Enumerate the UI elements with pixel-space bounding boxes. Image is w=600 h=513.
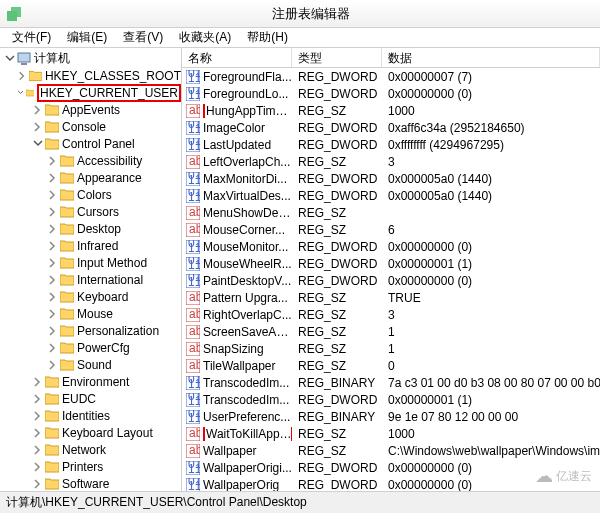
menu-file[interactable]: 文件(F) [4,27,59,48]
value-data: 0x000005a0 (1440) [382,189,600,203]
tree-hkcr[interactable]: HKEY_CLASSES_ROOT [0,67,181,84]
chevron-right-icon[interactable] [32,478,43,489]
folder-icon [60,291,74,303]
chevron-right-icon[interactable] [32,393,43,404]
chevron-right-icon[interactable] [47,257,58,268]
chevron-right-icon[interactable] [47,274,58,285]
value-row[interactable]: TranscodedIm...REG_DWORD0x00000001 (1) [182,391,600,408]
values-pane[interactable]: 名称 类型 数据 ForegroundFla...REG_DWORD0x0000… [182,48,600,491]
chevron-right-icon[interactable] [32,427,43,438]
value-data: 1000 [382,104,600,118]
tree-root[interactable]: 计算机 [0,50,181,67]
chevron-right-icon[interactable] [32,104,43,115]
tree-item[interactable]: Cursors [0,203,181,220]
tree-item[interactable]: Input Method [0,254,181,271]
value-row[interactable]: MenuShowDelayREG_SZ [182,204,600,221]
tree-item[interactable]: Network [0,441,181,458]
col-name[interactable]: 名称 [182,48,292,67]
value-type: REG_SZ [292,155,382,169]
value-row[interactable]: MaxVirtualDes...REG_DWORD0x000005a0 (144… [182,187,600,204]
tree-console[interactable]: Console [0,118,181,135]
value-row[interactable]: MouseCorner...REG_SZ6 [182,221,600,238]
tree-item[interactable]: Mouse [0,305,181,322]
chevron-right-icon[interactable] [47,206,58,217]
tree-controlpanel[interactable]: Control Panel [0,135,181,152]
tree-item[interactable]: Environment [0,373,181,390]
value-row[interactable]: SnapSizingREG_SZ1 [182,340,600,357]
value-row[interactable]: WaitToKillApp...REG_SZ1000 [182,425,600,442]
chevron-right-icon[interactable] [47,172,58,183]
value-row[interactable]: LeftOverlapCh...REG_SZ3 [182,153,600,170]
tree-item[interactable]: Accessibility [0,152,181,169]
tree-item[interactable]: Colors [0,186,181,203]
tree-item[interactable]: Infrared [0,237,181,254]
tree-item[interactable]: Keyboard Layout [0,424,181,441]
tree-item[interactable]: Software [0,475,181,491]
value-row[interactable]: WallpaperREG_SZC:\Windows\web\wallpaper\… [182,442,600,459]
tree-hkcu[interactable]: HKEY_CURRENT_USER [0,84,181,101]
tree-item[interactable]: PowerCfg [0,339,181,356]
chevron-right-icon[interactable] [47,359,58,370]
menu-favorites[interactable]: 收藏夹(A) [171,27,239,48]
value-row[interactable]: MouseMonitor...REG_DWORD0x00000000 (0) [182,238,600,255]
value-row[interactable]: MouseWheelR...REG_DWORD0x00000001 (1) [182,255,600,272]
value-row[interactable]: TranscodedIm...REG_BINARY7a c3 01 00 d0 … [182,374,600,391]
chevron-down-icon[interactable] [4,53,15,64]
menu-edit[interactable]: 编辑(E) [59,27,115,48]
tree-item[interactable]: Personalization [0,322,181,339]
col-type[interactable]: 类型 [292,48,382,67]
value-row[interactable]: Pattern Upgra...REG_SZTRUE [182,289,600,306]
tree-item[interactable]: Appearance [0,169,181,186]
folder-icon [45,376,59,388]
value-row[interactable]: RightOverlapC...REG_SZ3 [182,306,600,323]
value-row[interactable]: ImageColorREG_DWORD0xaff6c34a (295218465… [182,119,600,136]
chevron-right-icon[interactable] [32,121,43,132]
tree-appevents[interactable]: AppEvents [0,101,181,118]
tree-item[interactable]: Printers [0,458,181,475]
value-type: REG_SZ [292,427,382,441]
menu-help[interactable]: 帮助(H) [239,27,296,48]
chevron-right-icon[interactable] [32,410,43,421]
chevron-right-icon[interactable] [47,240,58,251]
chevron-right-icon[interactable] [32,376,43,387]
value-data: 0xffffffff (4294967295) [382,138,600,152]
tree-item[interactable]: International [0,271,181,288]
chevron-down-icon[interactable] [17,87,24,98]
tree-pane[interactable]: 计算机 HKEY_CLASSES_ROOT HKEY_CURRENT_USER … [0,48,182,491]
value-row[interactable]: MaxMonitorDi...REG_DWORD0x000005a0 (1440… [182,170,600,187]
tree-item[interactable]: Sound [0,356,181,373]
chevron-right-icon[interactable] [32,444,43,455]
value-row[interactable]: ForegroundFla...REG_DWORD0x00000007 (7) [182,68,600,85]
tree-item[interactable]: Desktop [0,220,181,237]
chevron-right-icon[interactable] [32,461,43,472]
tree-item[interactable]: EUDC [0,390,181,407]
value-type: REG_DWORD [292,189,382,203]
chevron-right-icon[interactable] [47,223,58,234]
value-icon [186,206,200,220]
chevron-right-icon[interactable] [17,70,27,81]
chevron-right-icon[interactable] [47,308,58,319]
folder-icon [45,427,59,439]
value-row[interactable]: UserPreferenc...REG_BINARY9e 1e 07 80 12… [182,408,600,425]
tree-label: Cursors [77,205,119,219]
tree-label: PowerCfg [77,341,130,355]
chevron-down-icon[interactable] [32,138,43,149]
chevron-right-icon[interactable] [47,325,58,336]
tree-item[interactable]: Keyboard [0,288,181,305]
value-row[interactable]: PaintDesktopV...REG_DWORD0x00000000 (0) [182,272,600,289]
value-row[interactable]: TileWallpaperREG_SZ0 [182,357,600,374]
chevron-right-icon[interactable] [47,342,58,353]
value-icon [186,393,200,407]
tree-label: Identities [62,409,110,423]
value-row[interactable]: ScreenSaveActi...REG_SZ1 [182,323,600,340]
chevron-right-icon[interactable] [47,291,58,302]
value-row[interactable]: LastUpdatedREG_DWORD0xffffffff (42949672… [182,136,600,153]
value-type: REG_DWORD [292,257,382,271]
tree-item[interactable]: Identities [0,407,181,424]
value-row[interactable]: HungAppTime...REG_SZ1000 [182,102,600,119]
col-data[interactable]: 数据 [382,48,600,67]
chevron-right-icon[interactable] [47,189,58,200]
chevron-right-icon[interactable] [47,155,58,166]
menu-view[interactable]: 查看(V) [115,27,171,48]
value-row[interactable]: ForegroundLo...REG_DWORD0x00000000 (0) [182,85,600,102]
